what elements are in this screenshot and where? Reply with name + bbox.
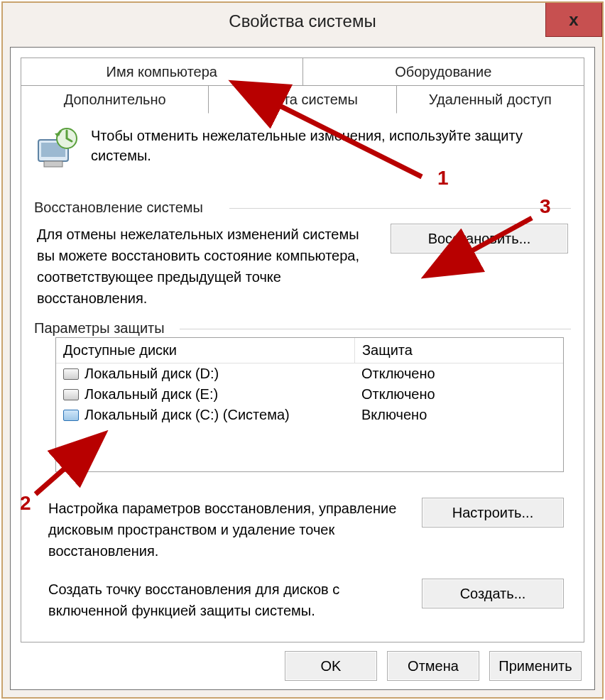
disk-protection-status: Отключено [354, 363, 563, 384]
disk-protection-status: Включено [354, 405, 563, 425]
disk-icon [63, 368, 79, 380]
disk-row[interactable]: Локальный диск (D:)Отключено [56, 363, 563, 384]
tabs: Имя компьютера Оборудование Дополнительн… [21, 58, 584, 113]
tab-label: Защита системы [247, 92, 358, 107]
system-protection-icon [34, 126, 80, 171]
configure-button[interactable]: Настроить... [422, 498, 564, 527]
disk-icon [63, 389, 79, 400]
svg-rect-2 [44, 161, 62, 167]
protection-group: Параметры защиты Доступные диски Защита … [34, 324, 571, 621]
disk-name: Локальный диск (E:) [85, 386, 218, 403]
create-description: Создать точку восстановления для дисков … [48, 579, 405, 621]
button-label: Применить [498, 658, 572, 674]
button-label: Создать... [460, 586, 526, 601]
tab-hardware[interactable]: Оборудование [302, 58, 585, 86]
create-button[interactable]: Создать... [422, 579, 564, 608]
cancel-button[interactable]: Отмена [387, 651, 479, 681]
disk-name: Локальный диск (D:) [85, 366, 219, 382]
intro-text: Чтобы отменить нежелательные изменения, … [91, 126, 571, 165]
close-button[interactable]: x [545, 3, 602, 37]
content-frame: Имя компьютера Оборудование Дополнительн… [10, 47, 595, 690]
ok-button[interactable]: OK [285, 651, 377, 681]
button-label: Восстановить... [428, 231, 531, 246]
button-label: Настроить... [452, 505, 533, 520]
system-protection-panel: Чтобы отменить нежелательные изменения, … [21, 113, 584, 642]
disk-name: Локальный диск (C:) (Система) [85, 407, 290, 423]
window-title: Свойства системы [3, 11, 602, 31]
disks-table[interactable]: Доступные диски Защита Локальный диск (D… [55, 337, 564, 472]
tab-advanced[interactable]: Дополнительно [21, 85, 209, 114]
button-label: OK [321, 658, 342, 674]
column-protection[interactable]: Защита [355, 338, 563, 363]
close-icon: x [569, 10, 578, 30]
tab-label: Оборудование [395, 64, 491, 80]
intro: Чтобы отменить нежелательные изменения, … [34, 126, 571, 171]
restore-description: Для отмены нежелательных изменений систе… [37, 224, 378, 309]
tab-computer-name[interactable]: Имя компьютера [21, 58, 303, 86]
restore-button[interactable]: Восстановить... [391, 224, 568, 253]
disk-row[interactable]: Локальный диск (C:) (Система)Включено [56, 405, 563, 425]
button-label: Отмена [408, 658, 459, 674]
restore-legend: Восстановление системы [34, 199, 209, 216]
tab-remote[interactable]: Удаленный доступ [396, 85, 584, 114]
restore-group: Восстановление системы Для отмены нежела… [34, 204, 571, 309]
tab-label: Удаленный доступ [429, 92, 552, 107]
titlebar: Свойства системы x [3, 3, 602, 40]
tab-label: Имя компьютера [107, 64, 217, 80]
configure-description: Настройка параметров восстановления, упр… [48, 498, 405, 562]
column-available-disks[interactable]: Доступные диски [56, 338, 355, 363]
protection-legend: Параметры защиты [34, 320, 170, 337]
tab-label: Дополнительно [64, 92, 166, 107]
system-properties-window: Свойства системы x Имя компьютера Оборуд… [1, 1, 604, 699]
apply-button[interactable]: Применить [489, 651, 582, 681]
disks-header: Доступные диски Защита [56, 338, 563, 363]
tab-system-protection[interactable]: Защита системы [208, 85, 396, 114]
system-disk-icon [63, 410, 79, 421]
dialog-buttons: OK Отмена Применить [21, 642, 584, 682]
disk-protection-status: Отключено [354, 384, 563, 405]
disk-row[interactable]: Локальный диск (E:)Отключено [56, 384, 563, 405]
